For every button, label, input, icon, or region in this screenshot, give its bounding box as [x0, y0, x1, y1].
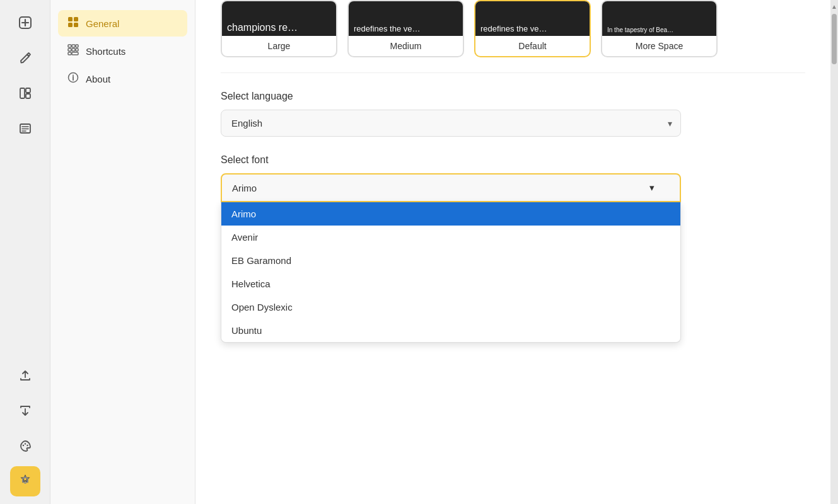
font-option-ubuntu[interactable]: Ubuntu — [221, 319, 680, 342]
font-selected-value: Arimo — [232, 183, 257, 193]
font-size-more-space-label: More Space — [602, 36, 716, 56]
shortcuts-icon — [67, 44, 79, 58]
nav-general-label: General — [86, 18, 119, 29]
svg-rect-21 — [68, 49, 71, 51]
font-option-open-dyslexic[interactable]: Open Dyslexic — [221, 295, 680, 319]
font-select-wrapper: Arimo ▾ Arimo Avenir EB Garamond Helveti… — [221, 173, 681, 202]
svg-rect-18 — [68, 45, 71, 47]
font-preview-medium-text: redefines the ve… — [354, 24, 421, 33]
font-preview-more-space-text: In the tapestry of Bea… — [607, 26, 673, 33]
font-chevron-icon: ▾ — [649, 182, 655, 193]
nav-shortcuts-label: Shortcuts — [86, 46, 125, 57]
svg-rect-16 — [68, 23, 73, 27]
svg-point-10 — [22, 445, 23, 446]
nav-item-general[interactable]: General — [58, 10, 187, 37]
svg-rect-22 — [72, 49, 75, 51]
font-select-display[interactable]: Arimo ▾ — [221, 173, 681, 202]
font-section-label: Select font — [221, 154, 805, 166]
font-preview-large-text: champions re… — [227, 22, 298, 33]
svg-rect-24 — [68, 52, 71, 55]
scroll-up-button[interactable]: ▲ — [830, 1, 838, 11]
font-option-arimo[interactable]: Arimo — [221, 202, 680, 226]
font-option-avenir[interactable]: Avenir — [221, 226, 680, 249]
nav-item-shortcuts[interactable]: Shortcuts — [58, 38, 187, 64]
font-size-previews: champions re… Large redefines the ve… Me… — [221, 0, 805, 73]
svg-rect-4 — [26, 88, 30, 93]
font-size-large[interactable]: champions re… Large — [221, 0, 337, 57]
svg-point-11 — [24, 443, 25, 444]
svg-point-12 — [26, 445, 28, 446]
svg-rect-14 — [68, 17, 73, 21]
font-preview-medium-img: redefines the ve… — [349, 1, 463, 36]
font-preview-large-img: champions re… — [222, 1, 336, 36]
export-button[interactable] — [10, 360, 40, 391]
sidebar — [0, 0, 50, 504]
svg-rect-19 — [72, 45, 75, 47]
font-preview-default-img: redefines the ve… — [475, 1, 590, 36]
svg-rect-3 — [20, 88, 25, 98]
font-size-default[interactable]: redefines the ve… Default — [474, 0, 591, 57]
font-section: Select font Arimo ▾ Arimo Avenir EB Gara… — [221, 154, 805, 202]
font-size-medium-label: Medium — [349, 36, 463, 56]
font-size-default-label: Default — [475, 36, 590, 56]
theme-button[interactable] — [10, 431, 40, 461]
svg-point-28 — [73, 75, 74, 76]
font-option-eb-garamond[interactable]: EB Garamond — [221, 249, 680, 272]
layout-button[interactable] — [10, 78, 40, 108]
scrollbar-thumb[interactable] — [832, 14, 837, 64]
language-select-wrapper: English French German Spanish Italian Po… — [221, 110, 681, 137]
font-size-more-space[interactable]: In the tapestry of Bea… More Space — [601, 0, 718, 57]
svg-rect-20 — [76, 45, 78, 47]
settings-active-button[interactable] — [10, 466, 40, 496]
about-icon — [67, 72, 79, 86]
nav-item-about[interactable]: About — [58, 66, 187, 92]
svg-rect-15 — [74, 17, 78, 21]
svg-rect-25 — [72, 52, 78, 55]
edit-button[interactable] — [10, 43, 40, 73]
notes-button[interactable] — [10, 113, 40, 144]
nav-about-label: About — [86, 74, 110, 84]
font-size-medium[interactable]: redefines the ve… Medium — [347, 0, 464, 57]
import-button[interactable] — [10, 396, 40, 426]
new-note-button[interactable] — [10, 8, 40, 38]
language-section-label: Select language — [221, 91, 805, 102]
settings-nav: General Shortcuts About — [50, 0, 195, 504]
svg-rect-17 — [74, 23, 78, 27]
language-select[interactable]: English French German Spanish Italian Po… — [221, 110, 681, 137]
font-size-large-label: Large — [222, 36, 336, 56]
general-icon — [67, 16, 79, 30]
main-content: champions re… Large redefines the ve… Me… — [195, 0, 830, 504]
font-option-helvetica[interactable]: Helvetica — [221, 272, 680, 295]
font-dropdown: Arimo Avenir EB Garamond Helvetica Open … — [221, 202, 681, 343]
font-preview-more-space-img: In the tapestry of Bea… — [602, 1, 716, 36]
font-preview-default-text: redefines the ve… — [480, 24, 547, 33]
svg-rect-5 — [26, 94, 30, 98]
language-section: Select language English French German Sp… — [221, 91, 805, 137]
right-scrollbar: ▲ — [830, 0, 838, 504]
svg-rect-23 — [76, 49, 78, 51]
